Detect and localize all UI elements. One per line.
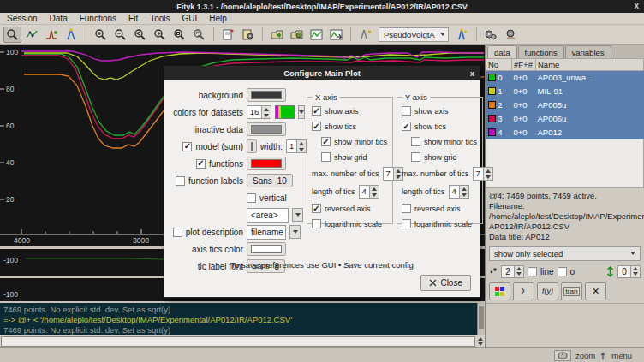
vertical-checkbox[interactable] bbox=[247, 193, 256, 203]
table-row[interactable]: 1 0+0 MIL-91 bbox=[486, 85, 644, 98]
menu-session[interactable]: Session bbox=[7, 14, 38, 23]
zoom-mode-button[interactable] bbox=[3, 27, 21, 43]
function-labels-checkbox[interactable] bbox=[176, 176, 185, 186]
label-format-dropdown[interactable] bbox=[292, 208, 303, 222]
y-max-tics-spinner[interactable]: 7 bbox=[473, 167, 493, 181]
activate-mode-button[interactable] bbox=[63, 27, 80, 43]
menu-gui[interactable]: GUI bbox=[182, 14, 198, 23]
run-script-button[interactable] bbox=[239, 27, 257, 43]
y-show-tics-checkbox[interactable] bbox=[402, 122, 411, 131]
cursor-hand-icon bbox=[599, 351, 607, 360]
shift-spinner[interactable]: 0 bbox=[617, 265, 641, 278]
label-format-select[interactable]: <area> bbox=[247, 208, 289, 223]
table-row[interactable]: 3 0+0 AP006u bbox=[486, 112, 644, 126]
description-dropdown[interactable] bbox=[289, 225, 301, 239]
dialog-close-icon[interactable]: x bbox=[470, 69, 474, 78]
sigma-checkbox[interactable] bbox=[558, 267, 567, 276]
plot-description-checkbox[interactable] bbox=[173, 228, 182, 237]
dataset-colors-button[interactable] bbox=[489, 282, 510, 300]
menu-functions[interactable]: Functions bbox=[80, 14, 116, 23]
toolbar-separator bbox=[262, 27, 263, 41]
dataset-list-empty-area[interactable] bbox=[486, 139, 644, 188]
console-scrollbar[interactable] bbox=[477, 303, 485, 335]
x-show-tics-checkbox[interactable] bbox=[312, 122, 321, 131]
description-select[interactable]: filename bbox=[247, 225, 286, 240]
show-filter-select[interactable]: show only selected bbox=[489, 246, 641, 261]
x-show-axis-checkbox[interactable] bbox=[312, 106, 321, 116]
open-data-special-button[interactable] bbox=[288, 27, 306, 43]
x-minor-tics-checkbox[interactable] bbox=[321, 137, 331, 146]
x-log-checkbox[interactable] bbox=[312, 219, 321, 228]
model-color-button[interactable] bbox=[247, 139, 257, 153]
function-type-select[interactable]: PseudoVoigtA bbox=[379, 27, 449, 42]
save-plot-image-button[interactable] bbox=[307, 27, 325, 43]
x-tic-length-spinner[interactable]: 4 bbox=[359, 185, 379, 199]
col-header-name[interactable]: Name bbox=[536, 59, 644, 71]
scrollbar-thumb[interactable] bbox=[479, 306, 484, 329]
command-input[interactable] bbox=[1, 336, 475, 347]
model-width-spinner[interactable]: 1 bbox=[286, 139, 307, 153]
col-header-no[interactable]: No bbox=[486, 59, 512, 71]
menu-help[interactable]: Help bbox=[209, 14, 227, 23]
zoom-vertical-button[interactable] bbox=[131, 27, 149, 43]
zoom-previous-button[interactable] bbox=[190, 27, 208, 43]
run-fit-button[interactable] bbox=[482, 27, 500, 43]
table-row[interactable]: 2 0+0 AP005u bbox=[486, 98, 644, 112]
y-reversed-checkbox[interactable] bbox=[402, 204, 411, 213]
transform-button[interactable]: tran bbox=[561, 282, 582, 300]
fit-settings-button[interactable] bbox=[502, 27, 520, 43]
functions-color-button[interactable] bbox=[247, 157, 286, 170]
tab-data[interactable]: data bbox=[487, 45, 517, 58]
sum-button[interactable]: Σ bbox=[513, 282, 534, 300]
col-header-f[interactable]: #F+# bbox=[512, 59, 536, 71]
menu-fit[interactable]: Fit bbox=[128, 14, 138, 23]
table-row[interactable]: 0 0+0 AP003_unwa... bbox=[486, 71, 644, 85]
x-reversed-checkbox[interactable] bbox=[312, 204, 321, 213]
zoom-in-button[interactable] bbox=[92, 27, 110, 43]
y-log-checkbox[interactable] bbox=[402, 219, 411, 228]
zoom-all-button[interactable] bbox=[170, 27, 188, 43]
point-size-spinner[interactable]: 2 bbox=[501, 265, 524, 278]
tab-variables[interactable]: variables bbox=[565, 45, 611, 58]
edit-script-button[interactable] bbox=[219, 27, 237, 43]
model-checkbox[interactable] bbox=[182, 142, 192, 151]
axis-tics-color-button[interactable] bbox=[247, 242, 286, 256]
background-color-button[interactable] bbox=[247, 88, 286, 102]
open-data-button[interactable] bbox=[268, 27, 286, 43]
add-function-button[interactable] bbox=[453, 27, 471, 43]
y-minor-tics-checkbox[interactable] bbox=[411, 137, 420, 146]
y-tic-length-spinner[interactable]: 4 bbox=[449, 185, 469, 199]
x-show-grid-checkbox[interactable] bbox=[321, 152, 331, 162]
inactive-data-color-button[interactable] bbox=[247, 122, 286, 136]
y-show-grid-checkbox[interactable] bbox=[411, 152, 420, 162]
output-console[interactable]: 7469 points. No explicit std. dev. Set a… bbox=[0, 301, 485, 335]
sigma-icon: Σ bbox=[521, 286, 527, 296]
table-row[interactable]: 4 0+0 AP012 bbox=[486, 126, 644, 139]
window-close-button[interactable]: x bbox=[634, 1, 639, 10]
menu-tools[interactable]: Tools bbox=[150, 14, 170, 23]
dataset-palette-dropdown[interactable] bbox=[298, 105, 305, 119]
functions-checkbox[interactable] bbox=[196, 159, 206, 169]
delete-button[interactable]: ✕ bbox=[585, 282, 606, 300]
mouse-hints-button[interactable] bbox=[554, 350, 571, 361]
auto-add-peak-button[interactable] bbox=[356, 27, 374, 43]
x-show-axis-label: show axis bbox=[325, 107, 359, 116]
y-show-axis-checkbox[interactable] bbox=[402, 106, 411, 116]
add-peak-mode-button[interactable] bbox=[43, 27, 61, 43]
tab-functions[interactable]: functions bbox=[518, 45, 564, 58]
x-max-tics-label: max. number of tics bbox=[312, 169, 379, 178]
export-plot-button[interactable] bbox=[327, 27, 345, 43]
command-history-spinner[interactable] bbox=[475, 335, 485, 347]
data-range-mode-button[interactable] bbox=[23, 27, 41, 43]
folder-open-gear-icon bbox=[290, 28, 304, 41]
model-swatch bbox=[251, 142, 253, 151]
zoom-horizontal-button[interactable] bbox=[151, 27, 169, 43]
transform-y-button[interactable]: f(y) bbox=[537, 282, 558, 300]
toolbar-separator bbox=[86, 27, 86, 41]
zoom-out-button[interactable] bbox=[111, 27, 129, 43]
line-checkbox[interactable] bbox=[528, 267, 537, 276]
labels-font-button[interactable]: Sans 10 bbox=[247, 174, 293, 187]
menu-data[interactable]: Data bbox=[50, 14, 68, 23]
dataset-colors-count-spinner[interactable]: 16 bbox=[247, 105, 271, 119]
dialog-close-button[interactable]: Close bbox=[420, 275, 471, 291]
